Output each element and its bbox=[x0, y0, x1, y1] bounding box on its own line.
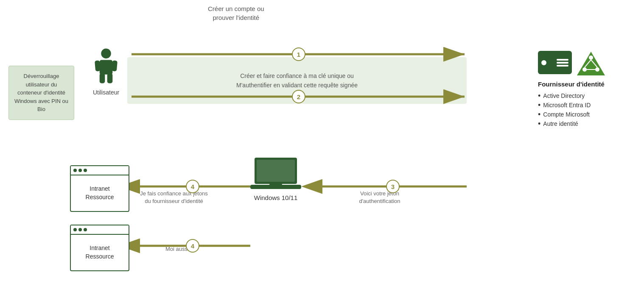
intranet-titlebar-2 bbox=[71, 225, 129, 235]
user-figure: Utilisateur bbox=[91, 47, 121, 96]
idp-item-other: Autre identité bbox=[538, 119, 631, 128]
svg-rect-2 bbox=[95, 60, 101, 71]
step-circle-3: 3 bbox=[386, 180, 400, 193]
idp-item-ad: Active Directory bbox=[538, 91, 631, 100]
unlock-box: Déverrouillage utilisateur du conteneur … bbox=[8, 66, 74, 120]
card-line bbox=[557, 62, 568, 64]
intranet-content-2: IntranetRessource bbox=[71, 235, 129, 270]
svg-rect-1 bbox=[100, 60, 113, 75]
dot bbox=[73, 228, 77, 231]
top-label: Créer un compte ou prouver l'identité bbox=[208, 4, 264, 22]
svg-point-16 bbox=[595, 67, 599, 72]
token-label: Voici votre jeton d'authentification bbox=[339, 190, 420, 205]
intranet-titlebar-1 bbox=[71, 166, 129, 175]
idp-item-ms: Compte Microsoft bbox=[538, 110, 631, 119]
idp-box: Fournisseur d'identité Active Directory … bbox=[538, 51, 631, 128]
svg-marker-13 bbox=[577, 52, 605, 75]
intranet-content-1: IntranetRessource bbox=[71, 175, 129, 211]
svg-rect-4 bbox=[100, 73, 105, 83]
step-circle-4a: 4 bbox=[186, 180, 199, 193]
laptop-area: Windows 10/11 bbox=[250, 157, 301, 201]
step-circle-4b: 4 bbox=[186, 239, 199, 253]
idp-icon-area bbox=[538, 51, 631, 76]
dot bbox=[78, 169, 82, 172]
moi-label: Moi aussi bbox=[165, 246, 189, 252]
idp-list: Active Directory Microsoft Entra ID Comp… bbox=[538, 91, 631, 128]
step-circle-2: 2 bbox=[292, 90, 305, 103]
svg-point-14 bbox=[589, 56, 593, 60]
svg-point-0 bbox=[101, 49, 111, 58]
intranet-box-1: IntranetRessource bbox=[70, 165, 129, 212]
svg-rect-3 bbox=[112, 60, 118, 71]
dot bbox=[84, 169, 87, 172]
svg-rect-5 bbox=[107, 73, 113, 83]
dot bbox=[73, 169, 77, 172]
svg-point-15 bbox=[582, 67, 587, 72]
diagram-container: Créer un compte ou prouver l'identité Dé… bbox=[0, 0, 644, 303]
intranet-box-2: IntranetRessource bbox=[70, 225, 129, 271]
network-icon bbox=[576, 51, 606, 76]
laptop-icon bbox=[250, 157, 301, 191]
dot bbox=[78, 228, 82, 231]
step-circle-1: 1 bbox=[292, 47, 305, 61]
card-line bbox=[557, 59, 568, 61]
idp-item-entra: Microsoft Entra ID bbox=[538, 100, 631, 110]
user-icon bbox=[91, 47, 121, 86]
user-label: Utilisateur bbox=[93, 89, 119, 96]
trust-label: Je fais confiance aux jetons du fourniss… bbox=[132, 190, 216, 205]
card-lines bbox=[557, 59, 568, 67]
card-line bbox=[557, 65, 568, 67]
dot bbox=[84, 228, 87, 231]
idp-title: Fournisseur d'identité bbox=[538, 81, 631, 88]
idp-card-icon bbox=[538, 51, 572, 74]
svg-rect-23 bbox=[269, 183, 282, 186]
svg-rect-21 bbox=[257, 160, 295, 182]
laptop-label: Windows 10/11 bbox=[254, 194, 298, 201]
card-dot bbox=[541, 60, 546, 65]
